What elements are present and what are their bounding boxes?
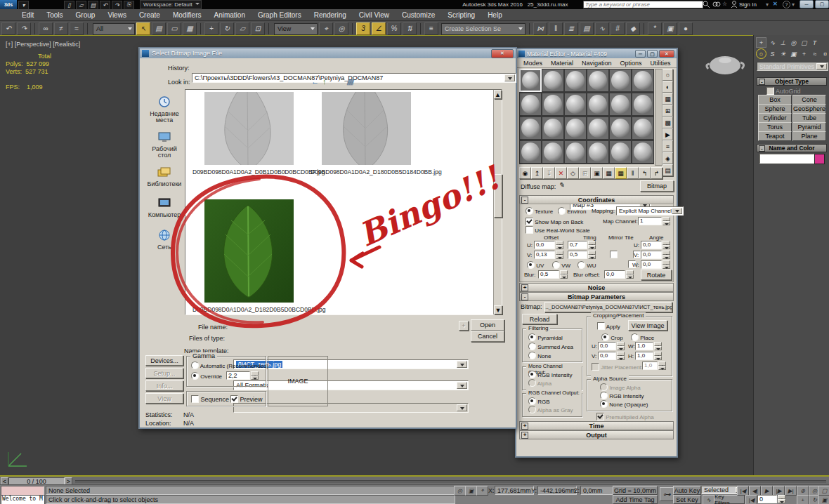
tab-create-icon[interactable]: + [756,37,766,48]
menu-edit[interactable]: Edit [15,9,40,20]
create-box-button[interactable]: Box [758,95,792,105]
u-offset-spinner[interactable]: 0,0 [534,241,563,249]
menu-customize[interactable]: Customize [396,9,441,20]
noise-rollout-header[interactable]: + Noise [519,283,674,292]
make-preview-icon[interactable]: ▶ [662,128,673,140]
me-menu-utilities[interactable]: Utilities [646,60,675,67]
unlink-icon[interactable]: ≠ [54,22,68,35]
named-selection-set-dropdown[interactable]: Create Selection Se [441,23,526,35]
create-plane-button[interactable]: Plane [792,131,826,141]
wu-radio[interactable]: WU [577,261,596,269]
create-torus-button[interactable]: Torus [758,122,792,132]
gamma-override-radio[interactable]: Override [191,372,222,380]
go-to-sibling-icon[interactable]: ↱ [651,167,662,179]
crop-w-spinner[interactable]: 1,0 [635,342,662,350]
angle-u-spinner[interactable]: 0,0 [641,241,670,249]
sequence-plus-button[interactable]: + [459,321,469,331]
redo-icon[interactable]: ↷ [17,22,31,35]
create-geosphere-button[interactable]: GeoSphere [792,104,826,114]
material-sample-slot[interactable] [564,69,587,92]
preview-checkbox[interactable]: Preview [230,395,263,403]
material-sample-slot[interactable] [519,93,542,116]
bitmap-path-button[interactable]: ..._DOCMAN87\Petyniya_DOCMAN87\ЛИСТ_тень… [544,302,672,312]
me-menu-modes[interactable]: Modes [519,60,547,67]
material-sample-slot[interactable] [519,69,542,92]
rgb-radio[interactable]: RGB [528,397,550,405]
place-computer[interactable]: Компьютер [145,197,183,218]
gamma-automatic-radio[interactable]: Automatic (Recommended) [191,362,268,369]
curve-editor-icon[interactable]: ∿ [595,22,609,35]
save-file-icon[interactable]: ▤ [88,1,98,10]
z-coordinate-field[interactable]: 0,0mm [580,486,615,495]
menu-civil-view[interactable]: Civil View [353,9,396,20]
me-menu-options[interactable]: Options [616,60,646,67]
backlight-icon[interactable]: ◐ [662,81,673,93]
cancel-button[interactable]: Cancel [471,331,504,342]
pan-view-icon[interactable]: + [797,495,809,504]
reset-map-icon[interactable]: ✕ [555,167,567,179]
material-sample-slot[interactable] [542,69,564,92]
alpha-as-gray-radio[interactable]: Alpha as Gray [528,406,573,413]
show-map-on-back-checkbox[interactable]: Show Map on Back [526,218,583,225]
crossing-selection-icon[interactable]: ▦ [183,22,197,35]
create-pyramid-button[interactable]: Pyramid [792,122,826,132]
background-icon[interactable]: ▦ [662,93,673,105]
subtab-cameras-icon[interactable]: ▣ [789,49,798,58]
material-sample-slot[interactable] [609,69,632,92]
use-pivot-icon[interactable]: ⌖ [319,22,333,35]
material-sample-slot[interactable] [632,69,654,92]
sample-tiling-icon[interactable]: ⊞ [662,105,673,117]
summed-area-radio[interactable]: Summed Area [528,343,573,350]
output-rollout-header[interactable]: + Output [519,430,674,439]
menu-help[interactable]: Help [481,9,509,20]
show-background-icon[interactable]: ▦ [603,167,615,179]
texture-radio[interactable]: Texture [526,207,553,215]
menu-scripting[interactable]: Scripting [441,9,481,20]
tab-display-icon[interactable]: ▢ [799,38,809,47]
auto-key-button[interactable]: Auto Key [673,486,701,495]
material-sample-slot[interactable] [587,140,609,164]
time-rollout-header[interactable]: + Time [519,421,674,430]
crop-h-spinner[interactable]: 1,0 [635,352,662,360]
tab-utilities-icon[interactable]: T [810,38,819,47]
menu-tools[interactable]: Tools [40,9,69,20]
subtab-lights-icon[interactable]: ☀ [778,49,788,58]
mirror-icon[interactable]: ⋈ [533,22,547,35]
make-unique-icon[interactable]: ◇ [567,167,579,179]
maximize-viewport-icon[interactable]: ▣ [818,495,829,504]
next-frame-icon[interactable]: |▶ [773,486,785,496]
name-color-rollout-header[interactable]: - Name and Color [757,144,827,152]
material-sample-slot[interactable] [564,117,587,140]
menu-animation[interactable]: Animation [207,9,251,20]
set-keys-icon[interactable]: ⊶ [660,487,674,501]
material-sample-slot[interactable] [542,140,564,164]
track-bar[interactable] [75,480,826,483]
crop-u-spinner[interactable]: 0,0 [598,342,625,350]
me-close-button[interactable]: ✕ [659,50,674,58]
file-name-label[interactable]: D09BD098D0A1D0A2_D182D0B5D0BCD0BD.jpg [192,306,308,313]
sample-type-icon[interactable]: ○ [662,69,673,81]
place-radio[interactable]: Place [631,333,654,341]
favorites-star-icon[interactable]: ☆ [722,1,727,7]
me-menu-material[interactable]: Material [547,60,577,67]
material-sample-slot[interactable] [587,117,609,140]
layer-manager-icon[interactable]: ≣ [564,22,578,35]
subtab-helpers-icon[interactable]: + [799,49,809,58]
angle-snap-icon[interactable]: ∠ [372,22,386,35]
workspace-selector[interactable]: Workspace: Default [140,0,202,9]
setup-button[interactable]: Setup... [145,368,183,378]
pyramidal-radio[interactable]: Pyramidal [528,333,563,341]
zoom-extents-icon[interactable]: ⊕ [797,486,809,496]
material-id-channel-icon[interactable]: ▣ [591,167,603,179]
menu-graph-editors[interactable]: Graph Editors [252,9,308,20]
rendered-frame-window-icon[interactable]: ▣ [663,22,677,35]
go-to-start-icon[interactable]: |◀ [737,486,749,496]
place-desktop[interactable]: Рабочий стол [145,131,183,159]
menu-rendering[interactable]: Rendering [308,9,353,20]
isolate-selection-icon[interactable]: ◎ [454,486,466,496]
absolute-mode-icon[interactable]: ⌖ [476,486,488,496]
apply-checkbox[interactable]: Apply [597,322,620,330]
render-production-icon[interactable]: ● [679,22,693,35]
v-offset-spinner[interactable]: 0,13 [534,251,563,259]
sequence-checkbox[interactable]: Sequence [191,395,229,403]
